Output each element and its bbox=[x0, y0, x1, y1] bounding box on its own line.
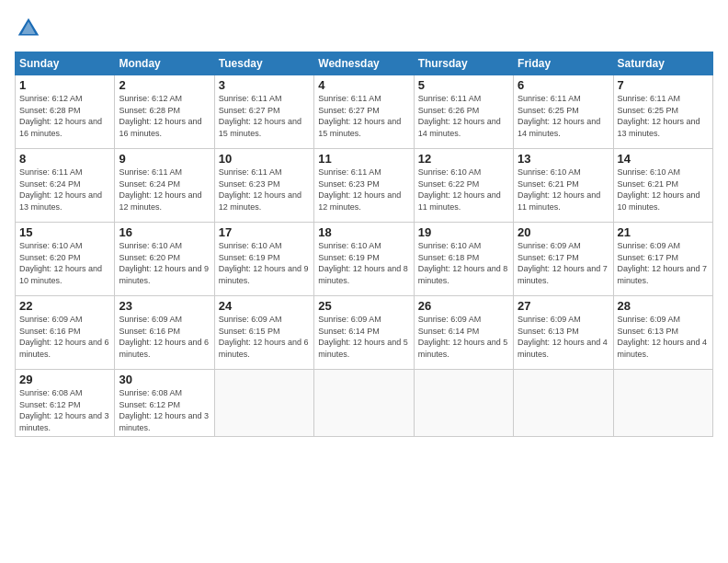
calendar-day-cell: 4Sunrise: 6:11 AMSunset: 6:27 PMDaylight… bbox=[314, 75, 414, 149]
day-info: Sunrise: 6:10 AMSunset: 6:18 PMDaylight:… bbox=[418, 241, 508, 285]
calendar-day-cell bbox=[414, 370, 513, 437]
day-info: Sunrise: 6:11 AMSunset: 6:24 PMDaylight:… bbox=[19, 167, 102, 212]
day-number: 28 bbox=[618, 299, 709, 313]
calendar-day-header: Tuesday bbox=[214, 52, 313, 75]
calendar-day-cell: 18Sunrise: 6:10 AMSunset: 6:19 PMDayligh… bbox=[314, 223, 414, 296]
calendar-day-cell: 11Sunrise: 6:11 AMSunset: 6:23 PMDayligh… bbox=[314, 149, 414, 223]
calendar-table: SundayMondayTuesdayWednesdayThursdayFrid… bbox=[15, 52, 713, 437]
logo-icon bbox=[15, 15, 42, 42]
calendar-day-header: Saturday bbox=[613, 52, 712, 75]
day-info: Sunrise: 6:10 AMSunset: 6:19 PMDaylight:… bbox=[219, 241, 309, 285]
day-number: 3 bbox=[219, 78, 310, 92]
calendar-day-header: Friday bbox=[514, 52, 613, 75]
day-number: 26 bbox=[418, 299, 509, 313]
calendar-week-row: 1Sunrise: 6:12 AMSunset: 6:28 PMDaylight… bbox=[16, 75, 713, 149]
day-info: Sunrise: 6:10 AMSunset: 6:20 PMDaylight:… bbox=[119, 241, 209, 285]
calendar-day-cell: 10Sunrise: 6:11 AMSunset: 6:23 PMDayligh… bbox=[214, 149, 313, 223]
calendar-day-cell: 12Sunrise: 6:10 AMSunset: 6:22 PMDayligh… bbox=[414, 149, 513, 223]
day-info: Sunrise: 6:11 AMSunset: 6:25 PMDaylight:… bbox=[618, 94, 700, 138]
calendar-day-cell: 19Sunrise: 6:10 AMSunset: 6:18 PMDayligh… bbox=[414, 223, 513, 296]
calendar-day-cell: 28Sunrise: 6:09 AMSunset: 6:13 PMDayligh… bbox=[613, 296, 712, 370]
day-number: 19 bbox=[418, 225, 509, 239]
logo bbox=[15, 15, 46, 42]
day-info: Sunrise: 6:10 AMSunset: 6:22 PMDaylight:… bbox=[418, 167, 501, 212]
calendar-day-cell: 14Sunrise: 6:10 AMSunset: 6:21 PMDayligh… bbox=[613, 149, 712, 223]
day-info: Sunrise: 6:08 AMSunset: 6:12 PMDaylight:… bbox=[19, 388, 109, 432]
calendar-day-cell: 21Sunrise: 6:09 AMSunset: 6:17 PMDayligh… bbox=[613, 223, 712, 296]
calendar-day-cell bbox=[613, 370, 712, 437]
calendar-day-cell: 1Sunrise: 6:12 AMSunset: 6:28 PMDaylight… bbox=[16, 75, 115, 149]
day-number: 7 bbox=[618, 78, 709, 92]
calendar-day-cell: 26Sunrise: 6:09 AMSunset: 6:14 PMDayligh… bbox=[414, 296, 513, 370]
calendar-day-cell: 6Sunrise: 6:11 AMSunset: 6:25 PMDaylight… bbox=[514, 75, 613, 149]
day-number: 13 bbox=[518, 152, 609, 166]
day-number: 12 bbox=[418, 152, 509, 166]
calendar-week-row: 22Sunrise: 6:09 AMSunset: 6:16 PMDayligh… bbox=[16, 296, 713, 370]
day-number: 25 bbox=[318, 299, 409, 313]
day-number: 10 bbox=[219, 152, 310, 166]
day-info: Sunrise: 6:11 AMSunset: 6:26 PMDaylight:… bbox=[418, 94, 501, 138]
day-info: Sunrise: 6:12 AMSunset: 6:28 PMDaylight:… bbox=[19, 94, 102, 138]
day-number: 8 bbox=[19, 152, 110, 166]
calendar-day-cell: 17Sunrise: 6:10 AMSunset: 6:19 PMDayligh… bbox=[214, 223, 313, 296]
day-info: Sunrise: 6:11 AMSunset: 6:23 PMDaylight:… bbox=[318, 167, 401, 212]
day-number: 23 bbox=[119, 299, 210, 313]
calendar-day-cell: 29Sunrise: 6:08 AMSunset: 6:12 PMDayligh… bbox=[16, 370, 115, 437]
day-number: 16 bbox=[119, 225, 210, 239]
day-number: 15 bbox=[19, 225, 110, 239]
day-number: 30 bbox=[119, 373, 210, 386]
day-info: Sunrise: 6:11 AMSunset: 6:27 PMDaylight:… bbox=[318, 94, 401, 138]
calendar-header-row: SundayMondayTuesdayWednesdayThursdayFrid… bbox=[16, 52, 713, 75]
calendar-day-header: Sunday bbox=[16, 52, 115, 75]
calendar-day-cell: 20Sunrise: 6:09 AMSunset: 6:17 PMDayligh… bbox=[514, 223, 613, 296]
calendar-day-cell: 30Sunrise: 6:08 AMSunset: 6:12 PMDayligh… bbox=[115, 370, 214, 437]
day-number: 20 bbox=[518, 225, 609, 239]
day-info: Sunrise: 6:09 AMSunset: 6:15 PMDaylight:… bbox=[219, 315, 309, 359]
calendar-day-cell: 7Sunrise: 6:11 AMSunset: 6:25 PMDaylight… bbox=[613, 75, 712, 149]
calendar-day-cell bbox=[214, 370, 313, 437]
day-info: Sunrise: 6:11 AMSunset: 6:23 PMDaylight:… bbox=[219, 167, 301, 212]
day-info: Sunrise: 6:09 AMSunset: 6:13 PMDaylight:… bbox=[518, 315, 608, 359]
day-number: 27 bbox=[518, 299, 609, 313]
day-info: Sunrise: 6:12 AMSunset: 6:28 PMDaylight:… bbox=[119, 94, 201, 138]
day-info: Sunrise: 6:09 AMSunset: 6:13 PMDaylight:… bbox=[618, 315, 708, 359]
day-number: 18 bbox=[318, 225, 409, 239]
day-info: Sunrise: 6:10 AMSunset: 6:19 PMDaylight:… bbox=[318, 241, 408, 285]
day-info: Sunrise: 6:09 AMSunset: 6:14 PMDaylight:… bbox=[318, 315, 408, 359]
day-info: Sunrise: 6:09 AMSunset: 6:16 PMDaylight:… bbox=[119, 315, 209, 359]
calendar-day-cell: 9Sunrise: 6:11 AMSunset: 6:24 PMDaylight… bbox=[115, 149, 214, 223]
calendar-week-row: 15Sunrise: 6:10 AMSunset: 6:20 PMDayligh… bbox=[16, 223, 713, 296]
calendar-day-header: Thursday bbox=[414, 52, 513, 75]
day-info: Sunrise: 6:11 AMSunset: 6:25 PMDaylight:… bbox=[518, 94, 600, 138]
day-info: Sunrise: 6:08 AMSunset: 6:12 PMDaylight:… bbox=[119, 388, 209, 432]
day-number: 9 bbox=[119, 152, 210, 166]
calendar-week-row: 8Sunrise: 6:11 AMSunset: 6:24 PMDaylight… bbox=[16, 149, 713, 223]
day-info: Sunrise: 6:09 AMSunset: 6:17 PMDaylight:… bbox=[518, 241, 608, 285]
calendar-day-cell bbox=[314, 370, 414, 437]
calendar-day-header: Monday bbox=[115, 52, 214, 75]
header bbox=[15, 15, 713, 42]
calendar-day-cell: 15Sunrise: 6:10 AMSunset: 6:20 PMDayligh… bbox=[16, 223, 115, 296]
day-number: 5 bbox=[418, 78, 509, 92]
day-number: 2 bbox=[119, 78, 210, 92]
day-info: Sunrise: 6:10 AMSunset: 6:21 PMDaylight:… bbox=[518, 167, 600, 212]
day-number: 1 bbox=[19, 78, 110, 92]
day-number: 17 bbox=[219, 225, 310, 239]
day-number: 4 bbox=[318, 78, 409, 92]
day-info: Sunrise: 6:09 AMSunset: 6:16 PMDaylight:… bbox=[19, 315, 109, 359]
day-info: Sunrise: 6:11 AMSunset: 6:24 PMDaylight:… bbox=[119, 167, 201, 212]
calendar-day-cell: 2Sunrise: 6:12 AMSunset: 6:28 PMDaylight… bbox=[115, 75, 214, 149]
day-number: 22 bbox=[19, 299, 110, 313]
day-number: 11 bbox=[318, 152, 409, 166]
calendar-day-cell: 22Sunrise: 6:09 AMSunset: 6:16 PMDayligh… bbox=[16, 296, 115, 370]
day-number: 24 bbox=[219, 299, 310, 313]
calendar-week-row: 29Sunrise: 6:08 AMSunset: 6:12 PMDayligh… bbox=[16, 370, 713, 437]
day-info: Sunrise: 6:09 AMSunset: 6:17 PMDaylight:… bbox=[618, 241, 708, 285]
calendar-day-cell: 25Sunrise: 6:09 AMSunset: 6:14 PMDayligh… bbox=[314, 296, 414, 370]
calendar-day-cell: 23Sunrise: 6:09 AMSunset: 6:16 PMDayligh… bbox=[115, 296, 214, 370]
day-number: 14 bbox=[618, 152, 709, 166]
day-info: Sunrise: 6:10 AMSunset: 6:21 PMDaylight:… bbox=[618, 167, 700, 212]
calendar-day-cell bbox=[514, 370, 613, 437]
day-info: Sunrise: 6:09 AMSunset: 6:14 PMDaylight:… bbox=[418, 315, 508, 359]
calendar-day-cell: 3Sunrise: 6:11 AMSunset: 6:27 PMDaylight… bbox=[214, 75, 313, 149]
